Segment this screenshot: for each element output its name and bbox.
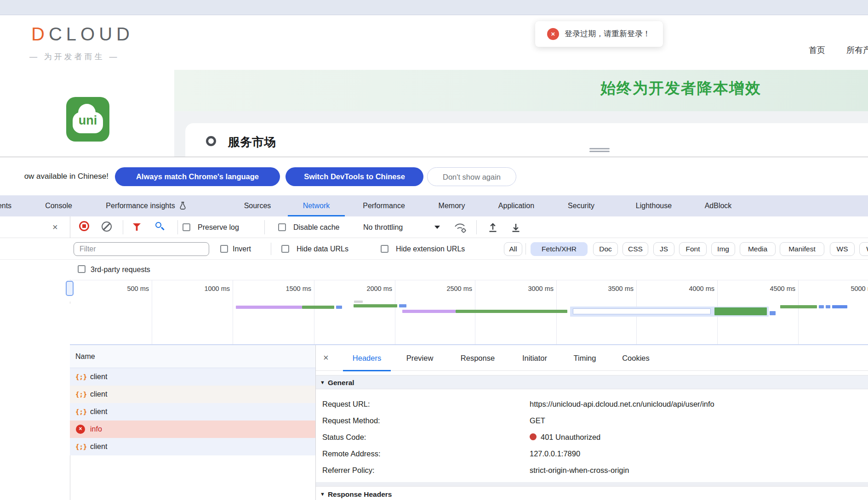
waterfall-bar[interactable] bbox=[714, 307, 767, 315]
timeline-tick-label: 3500 ms bbox=[578, 285, 634, 292]
search-icon[interactable] bbox=[155, 222, 161, 228]
filter-chip-wasm[interactable]: Wasm bbox=[859, 242, 868, 256]
general-section-header[interactable]: ▼General bbox=[316, 375, 868, 389]
waterfall-bar[interactable] bbox=[402, 310, 456, 313]
details-tab-response[interactable]: Response bbox=[452, 345, 503, 371]
devtools-language-infobar: ow available in Chinese! Always match Ch… bbox=[0, 158, 868, 195]
network-conditions-icon[interactable] bbox=[453, 221, 468, 234]
filter-chip-js[interactable]: JS bbox=[653, 242, 674, 256]
request-row-client[interactable]: {;}client bbox=[70, 368, 315, 386]
nav-home[interactable]: 首页 bbox=[809, 45, 825, 56]
details-tab-preview[interactable]: Preview bbox=[399, 345, 441, 371]
details-tab-cookies[interactable]: Cookies bbox=[615, 345, 657, 371]
uni-logo-text: uni bbox=[66, 114, 109, 128]
site-logo-first: D bbox=[31, 24, 49, 44]
waterfall-bar[interactable] bbox=[573, 308, 711, 314]
timeline-handle[interactable] bbox=[66, 281, 74, 296]
kv-value: https://unicloud-api.dcloud.net.cn/unicl… bbox=[530, 396, 714, 412]
curly-braces-icon: {;} bbox=[75, 386, 89, 403]
hide-extension-urls-checkbox[interactable] bbox=[381, 245, 388, 253]
tab-sources[interactable]: Sources bbox=[234, 195, 280, 216]
waterfall-bar[interactable] bbox=[832, 305, 847, 308]
close-search-pane-icon[interactable]: × bbox=[52, 222, 58, 232]
details-tab-initiator[interactable]: Initiator bbox=[514, 345, 555, 371]
filter-input[interactable] bbox=[74, 242, 209, 256]
invert-checkbox[interactable] bbox=[220, 245, 228, 253]
timeline-tick-label: 2000 ms bbox=[337, 285, 392, 292]
waterfall-bar[interactable] bbox=[354, 301, 363, 303]
dont-show-again-button[interactable]: Don't show again bbox=[427, 167, 516, 186]
preserve-log-label: Preserve log bbox=[198, 216, 239, 238]
toast-error-icon: × bbox=[547, 28, 559, 40]
filter-chip-media[interactable]: Media bbox=[740, 242, 776, 256]
tab-memory[interactable]: Memory bbox=[430, 195, 474, 216]
throttling-caret-icon[interactable] bbox=[434, 226, 440, 229]
filter-chip-img[interactable]: Img bbox=[711, 242, 735, 256]
timeline-gridline bbox=[152, 280, 152, 345]
clear-network-log-icon[interactable] bbox=[102, 222, 112, 232]
network-overview-timeline[interactable]: 500 ms1000 ms1500 ms2000 ms2500 ms3000 m… bbox=[70, 280, 868, 345]
name-column-header[interactable]: Name bbox=[70, 345, 315, 368]
waterfall-bar[interactable] bbox=[399, 304, 406, 307]
waterfall-bar[interactable] bbox=[780, 305, 817, 308]
import-har-icon[interactable] bbox=[486, 221, 499, 234]
filter-chip-ws[interactable]: WS bbox=[830, 242, 855, 256]
devtools-tab-strip: entsConsolePerformance insightsSourcesNe… bbox=[0, 195, 868, 216]
filter-chip-fetch-xhr[interactable]: Fetch/XHR bbox=[531, 242, 588, 256]
waterfall-bar[interactable] bbox=[236, 306, 302, 309]
filter-icon[interactable] bbox=[133, 223, 141, 231]
nav-all-products[interactable]: 所有产 bbox=[846, 45, 868, 56]
tab-performance[interactable]: Performance bbox=[352, 195, 416, 216]
details-tab-headers[interactable]: Headers bbox=[343, 345, 391, 371]
waterfall-bar[interactable] bbox=[302, 306, 334, 309]
response-headers-section-header[interactable]: ▼Response Headers bbox=[316, 487, 868, 500]
waterfall-bar[interactable] bbox=[770, 311, 776, 315]
unicloud-logo[interactable]: uni bbox=[66, 97, 109, 142]
waterfall-bar[interactable] bbox=[336, 306, 342, 309]
tab-console[interactable]: Console bbox=[37, 195, 80, 216]
request-row-client[interactable]: {;}client bbox=[70, 403, 315, 420]
tab-adblock[interactable]: AdBlock bbox=[690, 195, 747, 216]
status-dot-icon bbox=[530, 433, 537, 440]
timeline-gridline bbox=[314, 280, 314, 345]
tab-performance-insights[interactable]: Performance insights bbox=[90, 195, 203, 216]
record-network-log-icon[interactable] bbox=[79, 221, 89, 231]
tab-security[interactable]: Security bbox=[553, 195, 609, 216]
switch-devtools-chinese-button[interactable]: Switch DevTools to Chinese bbox=[286, 167, 423, 186]
disable-cache-label: Disable cache bbox=[293, 216, 340, 238]
request-row-client[interactable]: {;}client bbox=[70, 386, 315, 403]
tab-ents[interactable]: ents bbox=[0, 195, 23, 216]
kv-row-remote-address: Remote Address:127.0.0.1:7890 bbox=[316, 445, 868, 462]
request-name: client bbox=[90, 386, 107, 403]
request-row-client[interactable]: {;}client bbox=[70, 438, 315, 455]
kv-row-request-method: Request Method:GET bbox=[316, 412, 868, 429]
third-party-checkbox[interactable] bbox=[78, 265, 86, 273]
close-details-icon[interactable]: × bbox=[323, 353, 329, 362]
request-list: {;}client{;}client{;}client×info{;}clien… bbox=[70, 368, 315, 500]
disable-cache-checkbox[interactable] bbox=[278, 223, 286, 231]
waterfall-bar[interactable] bbox=[456, 310, 567, 313]
filter-chip-doc[interactable]: Doc bbox=[593, 242, 618, 256]
filter-chip-font[interactable]: Font bbox=[679, 242, 707, 256]
filter-chip-manifest[interactable]: Manifest bbox=[780, 242, 824, 256]
details-tab-timing[interactable]: Timing bbox=[566, 345, 604, 371]
request-row-info[interactable]: ×info bbox=[70, 420, 315, 438]
export-har-icon[interactable] bbox=[509, 221, 522, 234]
filter-chip-css[interactable]: CSS bbox=[622, 242, 648, 256]
site-logo[interactable]: DCLOUD bbox=[31, 24, 134, 45]
hide-data-urls-checkbox[interactable] bbox=[281, 245, 289, 253]
timeline-gridline bbox=[798, 280, 799, 345]
waterfall-bar[interactable] bbox=[354, 304, 397, 307]
tab-application[interactable]: Application bbox=[486, 195, 546, 216]
tab-network[interactable]: Network bbox=[288, 195, 345, 216]
waterfall-bar[interactable] bbox=[819, 305, 824, 308]
devtools-drag-handle-icon[interactable] bbox=[589, 148, 610, 153]
always-match-language-button[interactable]: Always match Chrome's language bbox=[115, 167, 280, 186]
card-title: 服务市场 bbox=[228, 134, 276, 150]
waterfall-bar[interactable] bbox=[826, 305, 830, 308]
filter-chip-all[interactable]: All bbox=[504, 242, 522, 256]
waterfall-bar[interactable] bbox=[70, 301, 70, 304]
preserve-log-checkbox[interactable] bbox=[183, 223, 190, 231]
throttling-select[interactable]: No throttling bbox=[363, 216, 403, 238]
tab-lighthouse[interactable]: Lighthouse bbox=[624, 195, 683, 216]
